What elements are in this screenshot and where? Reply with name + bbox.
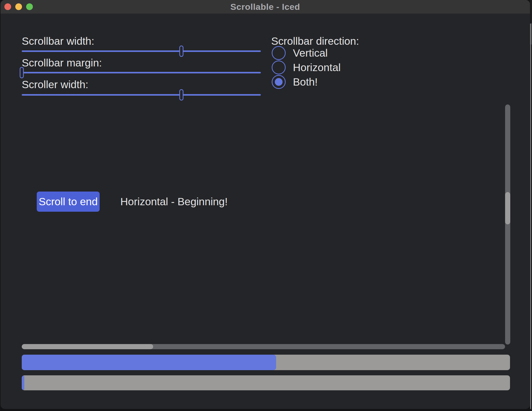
slider-rail[interactable] [22,94,261,96]
radio-option-vertical[interactable]: Vertical [272,46,328,60]
scroll-status-text: Horizontal - Beginning! [120,192,228,212]
radio-circle-icon[interactable] [272,46,286,60]
slider-handle-1[interactable] [20,67,24,78]
horizontal-progress-bar [22,355,510,370]
radio-option-label: Horizontal [293,62,341,74]
slider-rail[interactable] [22,50,261,52]
scrollbar-margin-slider[interactable] [22,67,261,78]
slider-handle-0[interactable] [179,45,183,57]
zoom-window-button[interactable] [26,3,33,10]
vertical-progress-fill [22,375,24,390]
scrollbar-width-slider[interactable] [22,45,261,57]
radio-dot-icon [275,78,283,86]
scroll-to-end-button[interactable]: Scroll to end [37,192,100,212]
radio-option-label: Vertical [293,47,328,59]
vertical-scrollbar-thumb[interactable] [505,192,510,224]
horizontal-progress-fill [22,355,276,370]
background-window-edge-line [530,24,531,409]
window-title: Scrollable - Iced [230,2,300,12]
vertical-progress-bar [22,375,510,390]
slider-rail[interactable] [22,72,261,73]
radio-option-label: Both! [293,76,318,88]
title-bar: Scrollable - Iced [1,0,530,14]
horizontal-scrollbar-thumb[interactable] [22,344,153,349]
scroller-width-slider[interactable] [22,89,261,101]
radio-option-both[interactable]: Both! [272,75,318,89]
horizontal-scrollbar-rail[interactable] [22,344,505,349]
slider-handle-2[interactable] [179,89,183,101]
minimize-window-button[interactable] [15,3,22,10]
radio-circle-icon[interactable] [272,75,286,89]
radio-circle-icon[interactable] [272,60,286,74]
radio-option-horizontal[interactable]: Horizontal [272,60,341,74]
close-window-button[interactable] [4,3,11,10]
app-window: Scrollable - Iced Scrollbar width: Scrol… [1,0,530,409]
vertical-scrollbar-rail[interactable] [505,104,510,345]
